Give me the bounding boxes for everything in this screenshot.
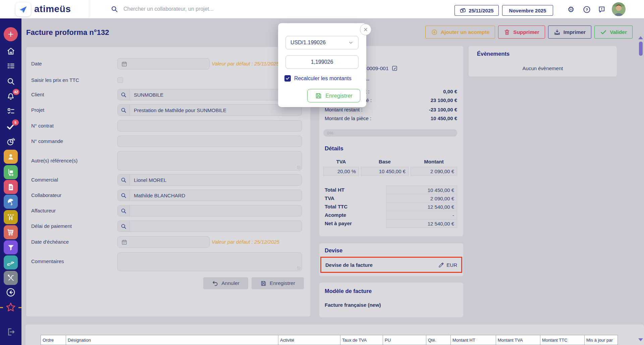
sidebar-item-admin-tools[interactable] [0,271,21,285]
search-icon[interactable] [118,89,130,100]
client-search-input[interactable]: SUNMOBILE [117,89,302,100]
projet-search-input[interactable]: Prestation de Mathilde pour SUNMOBILE [117,104,302,116]
work-date-button[interactable]: 25/11/2025 [454,5,499,16]
search-icon[interactable] [118,105,130,115]
references-textarea[interactable] [117,151,302,170]
currency-select[interactable]: USD/1.199026 [285,36,359,49]
umbrella-icon [6,197,15,206]
page-title: Facture proforma n°132 [26,28,109,37]
recalculate-checkbox[interactable] [284,75,291,82]
scrollbar-down-arrow[interactable] [638,338,643,341]
plus-icon [4,27,18,41]
sidebar-item-back[interactable] [0,287,21,297]
echeance-date-input[interactable] [117,236,210,248]
banknote-icon [460,7,466,14]
print-icon [554,29,560,36]
sidebar-item-logout[interactable] [0,327,21,337]
topbar-divider [89,0,89,18]
edit-note-icon[interactable] [391,65,398,71]
cancel-button[interactable]: Annuler [203,277,248,289]
pencil-icon[interactable] [438,262,444,268]
sidebar-item-purchases[interactable] [0,225,21,239]
vat-cell-rate: 20,00 % [323,167,359,176]
column-header-qte[interactable]: Qté. [426,335,451,345]
delete-button[interactable]: Supprimer [498,26,545,39]
delai-search-input[interactable] [117,220,302,232]
sidebar-item-notifications[interactable]: 42 [0,91,21,101]
search-icon[interactable] [118,190,130,201]
search-icon[interactable] [118,221,130,232]
commercial-search-input[interactable]: Lionel MOREL [117,174,302,186]
global-search-input[interactable] [123,4,338,14]
sidebar-add-button[interactable] [0,27,21,41]
currency-dialog: USD/1.199026 1,199026 Recalculer les mon… [278,23,366,107]
search-icon[interactable] [118,175,130,185]
affactureur-search-input[interactable] [117,205,302,216]
sidebar-item-reports[interactable] [0,137,21,146]
sidebar-item-filters[interactable] [0,240,21,254]
sidebar-item-suppliers[interactable] [0,165,21,179]
column-header-activite[interactable]: Activité [278,335,340,345]
column-header-ordre[interactable]: Ordre [41,335,66,345]
sidebar-item-search[interactable] [0,77,21,86]
contract-reference: 0009-001 [367,65,398,71]
resize-handle[interactable] [297,266,301,270]
sidebar-item-favorites[interactable] [0,302,21,313]
field-label-affactureur: Affactureur [31,208,56,213]
summary-row-value: -23 100,00 € [429,107,457,112]
field-label-collaborateur: Collaborateur [31,192,61,198]
sidebar-item-checklist[interactable] [0,107,21,116]
date-input[interactable] [117,58,210,69]
dialog-save-button[interactable]: Enregistrer [307,89,360,102]
projet-value: Prestation de Mathilde pour SUNMOBILE [130,107,226,113]
sidebar-item-payments[interactable] [0,255,21,269]
svg-text:?: ? [585,7,588,11]
user-avatar[interactable] [612,2,626,16]
checklist-icon [6,107,15,116]
column-header-pu[interactable]: PU [383,335,426,345]
sidebar-item-absences[interactable] [0,195,21,209]
column-header-taux-tva[interactable]: Taux de TVA [340,335,383,345]
save-label: Enregistrer [270,280,295,286]
feedback-icon[interactable] [598,5,606,13]
commentaires-textarea[interactable] [117,252,302,271]
app-logo[interactable] [15,2,31,16]
details-title: Détails [325,145,343,152]
sidebar-item-invoices[interactable] [0,180,21,194]
contrat-input[interactable] [117,120,302,132]
column-header-montant-ttc[interactable]: Montant TTC [540,335,585,345]
form-row-commercial: Commercial Lionel MOREL [26,174,310,186]
scrollbar-up-arrow[interactable] [638,36,643,39]
period-button[interactable]: Novembre 2025 [502,5,553,16]
field-label-commande: N° commande [31,138,63,144]
template-value[interactable]: Facture française (new) [325,302,381,308]
invoice-currency-row[interactable]: Devise de la facture EUR [320,257,462,273]
sidebar-item-expenses[interactable]: H★★★ [0,210,21,224]
progress-label: 0% [327,131,333,136]
search-icon[interactable] [118,205,130,216]
validate-button[interactable]: Valider [594,26,633,39]
settings-gear-icon[interactable]: ⚙ [567,5,575,13]
dialog-close-button[interactable]: ✕ [360,24,371,35]
save-button[interactable]: Enregistrer [252,277,304,289]
form-row-references: Autre(s) référence(s) [26,151,310,170]
column-header-montant-tva[interactable]: Montant TVA [496,335,540,345]
total-row: Net à payer 12 540,00 € [319,219,463,228]
sidebar-item-list[interactable] [0,62,21,71]
sidebar-item-validations[interactable]: 5 [0,122,21,131]
commande-input[interactable] [117,136,302,147]
resize-handle[interactable] [297,166,301,169]
sidebar-item-home[interactable] [0,47,21,56]
column-header-designation[interactable]: Désignation [66,335,278,345]
search-icon [6,77,15,86]
column-header-mis-a-jour[interactable]: Mis à jour par [584,335,618,345]
scrollbar-thumb[interactable] [639,42,643,56]
print-button[interactable]: Imprimer [548,26,591,39]
column-header-montant-ht[interactable]: Montant HT [450,335,496,345]
exchange-rate-input[interactable]: 1,199026 [285,55,359,69]
add-deposit-button[interactable]: Ajouter un acompte [425,26,495,39]
help-icon[interactable]: ? [583,5,591,13]
collaborateur-search-input[interactable]: Mathilde BLANCHARD [117,190,302,201]
sidebar-item-collaborators[interactable] [0,150,21,164]
ttc-checkbox[interactable] [117,77,123,83]
